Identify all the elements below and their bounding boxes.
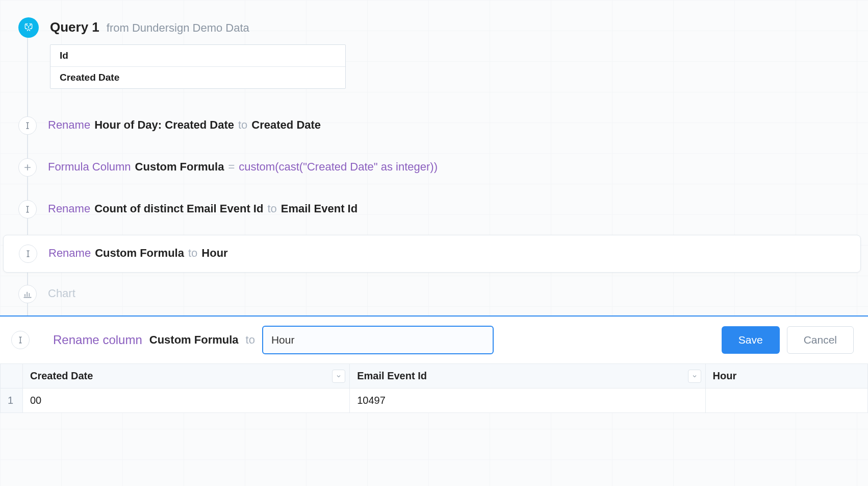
rename-joiner: to [238, 118, 247, 132]
formula-expr: custom(cast("Created Date" as integer)) [239, 160, 438, 174]
rename-label: Rename [48, 247, 91, 260]
chart-label: Chart [48, 287, 75, 300]
rename-from: Hour of Day: Created Date [94, 118, 234, 132]
query-pipeline: Query 1 from Dundersign Demo Data Id Cre… [0, 0, 868, 315]
query-title[interactable]: Query 1 [50, 19, 99, 35]
rename-from: Count of distinct Email Event Id [94, 202, 263, 215]
cell-hour [705, 388, 867, 413]
rename-to: Email Event Id [281, 202, 358, 215]
selected-columns-box[interactable]: Id Created Date [50, 44, 346, 89]
column-header-created-date[interactable]: Created Date [23, 364, 350, 388]
column-item[interactable]: Created Date [50, 67, 345, 88]
cursor-icon [18, 200, 37, 218]
row-number-header [1, 364, 23, 388]
rename-step[interactable]: Rename Hour of Day: Created Date to Crea… [0, 109, 868, 142]
results-table: Created Date Email Event Id Hour 1 00 10… [0, 363, 868, 413]
cell-email-event-id: 10497 [350, 388, 705, 413]
chart-step[interactable]: Chart [0, 278, 868, 315]
rename-to: Created Date [251, 118, 321, 132]
formula-step[interactable]: Formula Column Custom Formula = custom(c… [0, 151, 868, 184]
rename-from: Custom Formula [95, 247, 184, 260]
rename-input[interactable] [262, 326, 494, 354]
row-number: 1 [1, 388, 23, 413]
cursor-icon [19, 245, 37, 263]
rename-step[interactable]: Rename Count of distinct Email Event Id … [0, 193, 868, 226]
formula-col-name: Custom Formula [135, 160, 224, 174]
column-item[interactable]: Id [50, 45, 345, 67]
query-header-step: Query 1 from Dundersign Demo Data Id Cre… [0, 10, 868, 96]
chart-icon [18, 285, 37, 303]
chevron-down-icon[interactable] [332, 370, 345, 383]
query-source: from Dundersign Demo Data [107, 21, 249, 35]
rename-editor-joiner: to [246, 333, 255, 347]
formula-label: Formula Column [48, 160, 131, 174]
plus-icon [18, 158, 37, 177]
formula-eq: = [228, 160, 235, 174]
rename-label: Rename [48, 202, 90, 215]
save-button[interactable]: Save [722, 326, 780, 354]
column-header-hour[interactable]: Hour [705, 364, 867, 388]
table-row[interactable]: 1 00 10497 [1, 388, 868, 413]
rename-label: Rename [48, 118, 90, 132]
rename-editor-bar: Rename column Custom Formula to Save Can… [0, 315, 868, 363]
cell-created-date: 00 [23, 388, 350, 413]
active-step-card[interactable]: Rename Custom Formula to Hour [3, 235, 861, 273]
rename-to: Hour [201, 247, 227, 260]
column-header-email-event-id[interactable]: Email Event Id [350, 364, 705, 388]
database-icon [18, 17, 39, 38]
cancel-button[interactable]: Cancel [787, 326, 854, 354]
chevron-down-icon[interactable] [688, 370, 701, 383]
rename-editor-column: Custom Formula [149, 333, 239, 347]
rename-joiner: to [188, 247, 197, 260]
cursor-icon [18, 116, 37, 135]
cursor-icon [11, 331, 30, 349]
rename-editor-title: Rename column [53, 333, 142, 347]
rename-joiner: to [267, 202, 276, 215]
